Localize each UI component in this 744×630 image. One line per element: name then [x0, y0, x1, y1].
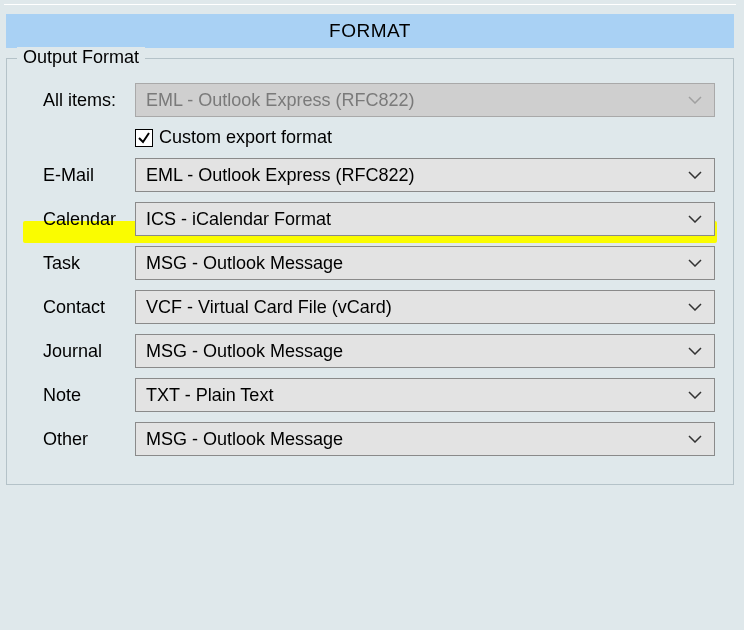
- label-all-items: All items:: [25, 90, 135, 111]
- calendar-value: ICS - iCalendar Format: [146, 209, 686, 230]
- calendar-select[interactable]: ICS - iCalendar Format: [135, 202, 715, 236]
- chevron-down-icon: [686, 171, 704, 179]
- journal-select[interactable]: MSG - Outlook Message: [135, 334, 715, 368]
- label-other: Other: [25, 429, 135, 450]
- label-task: Task: [25, 253, 135, 274]
- group-title: Output Format: [17, 47, 145, 68]
- email-select[interactable]: EML - Outlook Express (RFC822): [135, 158, 715, 192]
- chevron-down-icon: [686, 435, 704, 443]
- contact-select[interactable]: VCF - Virtual Card File (vCard): [135, 290, 715, 324]
- label-note: Note: [25, 385, 135, 406]
- chevron-down-icon: [686, 347, 704, 355]
- other-select[interactable]: MSG - Outlook Message: [135, 422, 715, 456]
- output-format-group: Output Format All items: EML - Outlook E…: [6, 58, 734, 485]
- other-value: MSG - Outlook Message: [146, 429, 686, 450]
- chevron-down-icon: [686, 259, 704, 267]
- label-contact: Contact: [25, 297, 135, 318]
- note-select[interactable]: TXT - Plain Text: [135, 378, 715, 412]
- journal-value: MSG - Outlook Message: [146, 341, 686, 362]
- custom-export-label: Custom export format: [159, 127, 332, 148]
- task-select[interactable]: MSG - Outlook Message: [135, 246, 715, 280]
- custom-export-checkbox[interactable]: [135, 129, 153, 147]
- contact-value: VCF - Virtual Card File (vCard): [146, 297, 686, 318]
- chevron-down-icon: [686, 96, 704, 104]
- label-email: E-Mail: [25, 165, 135, 186]
- label-journal: Journal: [25, 341, 135, 362]
- label-calendar: Calendar: [25, 209, 135, 230]
- section-header-format: FORMAT: [6, 14, 734, 48]
- chevron-down-icon: [686, 215, 704, 223]
- email-value: EML - Outlook Express (RFC822): [146, 165, 686, 186]
- all-items-select: EML - Outlook Express (RFC822): [135, 83, 715, 117]
- section-header-label: FORMAT: [329, 20, 411, 42]
- chevron-down-icon: [686, 303, 704, 311]
- all-items-value: EML - Outlook Express (RFC822): [146, 90, 686, 111]
- chevron-down-icon: [686, 391, 704, 399]
- task-value: MSG - Outlook Message: [146, 253, 686, 274]
- note-value: TXT - Plain Text: [146, 385, 686, 406]
